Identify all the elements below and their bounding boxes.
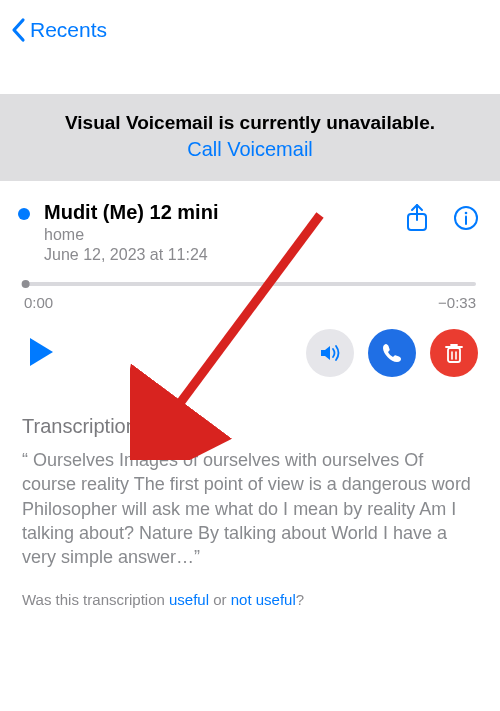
chevron-left-icon (10, 16, 28, 44)
banner-title: Visual Voicemail is currently unavailabl… (10, 112, 490, 134)
caller-name: Mudit (Me) 12 mini (44, 201, 402, 224)
call-voicemail-link[interactable]: Call Voicemail (10, 138, 490, 161)
scrubber-track (24, 282, 476, 286)
unavailable-banner: Visual Voicemail is currently unavailabl… (0, 94, 500, 181)
time-elapsed: 0:00 (24, 294, 53, 311)
feedback-not-useful-link[interactable]: not useful (231, 591, 296, 608)
voicemail-card: Mudit (Me) 12 mini home June 12, 2023 at… (0, 181, 500, 387)
transcription-body: “ Ourselves Images of ourselves with our… (22, 448, 478, 569)
info-button[interactable] (450, 202, 482, 234)
playback-controls (18, 329, 482, 377)
trash-icon (443, 341, 465, 365)
voicemail-top-actions (402, 201, 482, 235)
play-icon (26, 335, 56, 369)
transcription-heading: Transcription (22, 415, 478, 438)
caller-label: home (44, 226, 402, 244)
svg-rect-6 (448, 348, 460, 362)
back-label: Recents (30, 18, 107, 42)
transcription-section: Transcription “ Ourselves Images of ours… (0, 387, 500, 569)
svg-point-3 (465, 212, 468, 215)
playback-times: 0:00 −0:33 (24, 294, 476, 311)
scrubber-thumb-icon[interactable] (22, 280, 30, 288)
playback-scrubber[interactable]: 0:00 −0:33 (24, 282, 476, 311)
feedback-prefix: Was this transcription (22, 591, 169, 608)
share-button[interactable] (402, 201, 432, 235)
phone-icon (380, 341, 404, 365)
speaker-icon (317, 340, 343, 366)
play-button[interactable] (22, 331, 60, 376)
call-back-button[interactable] (368, 329, 416, 377)
svg-marker-5 (30, 338, 53, 366)
back-button[interactable]: Recents (8, 14, 109, 46)
time-remaining: −0:33 (438, 294, 476, 311)
feedback-or: or (209, 591, 231, 608)
caller-date: June 12, 2023 at 11:24 (44, 246, 402, 264)
feedback-suffix: ? (296, 591, 304, 608)
speaker-button[interactable] (306, 329, 354, 377)
feedback-useful-link[interactable]: useful (169, 591, 209, 608)
delete-button[interactable] (430, 329, 478, 377)
voicemail-meta: Mudit (Me) 12 mini home June 12, 2023 at… (44, 201, 402, 264)
share-icon (404, 203, 430, 233)
right-controls (306, 329, 478, 377)
nav-bar: Recents (0, 0, 500, 64)
transcription-feedback: Was this transcription useful or not use… (0, 569, 500, 608)
voicemail-header: Mudit (Me) 12 mini home June 12, 2023 at… (18, 201, 482, 264)
unread-dot-icon (18, 208, 30, 220)
info-icon (452, 204, 480, 232)
